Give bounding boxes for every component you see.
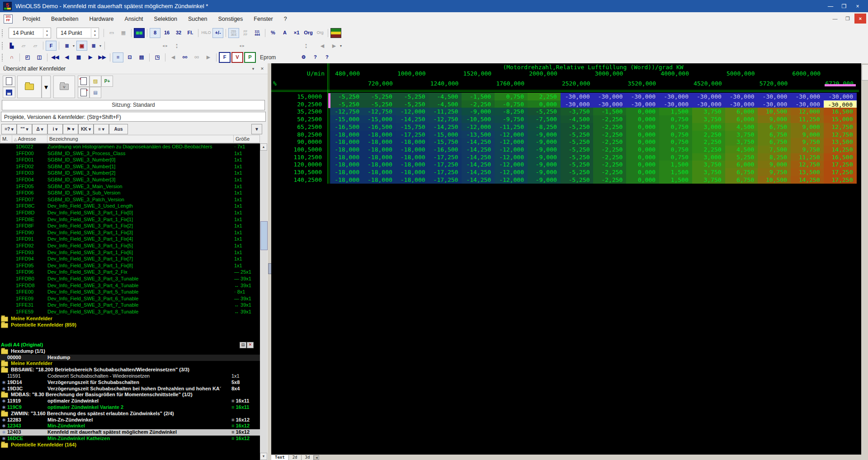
tree-map-row[interactable]: 11591Codewort Schubabschalten - Wiederei… bbox=[0, 373, 260, 379]
menu-ansicht[interactable]: Ansicht bbox=[119, 14, 149, 24]
map-cell[interactable]: -15,000 bbox=[363, 115, 396, 123]
vscroll-spinner[interactable]: ▴ ▾ bbox=[171, 41, 182, 51]
map-cell[interactable]: -12,750 bbox=[330, 108, 363, 115]
map-cell[interactable]: 9,750 bbox=[791, 146, 824, 153]
title-bar[interactable]: 5 WinOLS5 Demo - Kennfeld mit dauerhaft … bbox=[0, 0, 868, 12]
map-cell[interactable]: -4,500 bbox=[561, 115, 594, 123]
map-cell[interactable]: 0,750 bbox=[659, 138, 692, 146]
child-close-button[interactable]: × bbox=[854, 14, 866, 24]
map-cell[interactable]: -18,000 bbox=[330, 161, 363, 168]
map-cell[interactable]: -17,250 bbox=[396, 131, 429, 138]
map-cell[interactable]: 0,000 bbox=[626, 138, 659, 146]
map-cell[interactable]: -30,000 bbox=[561, 100, 594, 108]
map-cell[interactable]: -1,500 bbox=[462, 93, 495, 100]
row-header[interactable]: 100,5000 bbox=[271, 146, 322, 153]
column-header[interactable]: 1240,000 bbox=[422, 80, 458, 87]
map-cell[interactable]: 10,500 bbox=[758, 176, 791, 184]
map-cell[interactable]: -5,250 bbox=[561, 153, 594, 161]
row-header[interactable]: 15,0000 bbox=[271, 93, 322, 100]
map-cell[interactable]: 6,750 bbox=[758, 131, 791, 138]
map-cell[interactable]: 0,000 bbox=[626, 176, 659, 184]
maximize-button[interactable]: ❐ bbox=[837, 0, 851, 12]
panel-splitter[interactable] bbox=[268, 63, 271, 460]
preview-pane-icon[interactable]: ▤ bbox=[136, 52, 147, 62]
import-wizard-button[interactable]: ▨ bbox=[90, 76, 101, 87]
panel-menu-icon[interactable]: ▾ bbox=[250, 65, 257, 72]
spin-up-icon[interactable]: ▲ bbox=[91, 28, 99, 33]
spin-down-icon[interactable]: ▼ bbox=[43, 33, 51, 38]
search-prev-button[interactable]: ◀ bbox=[168, 52, 179, 62]
map-cell[interactable]: 3,750 bbox=[692, 108, 725, 115]
font-size-spinner-1-arrows[interactable]: ▲▼ bbox=[43, 28, 51, 38]
map-cell[interactable]: -30,000 bbox=[593, 93, 626, 100]
dropdown-arrow-icon[interactable]: ▾ bbox=[340, 44, 342, 48]
map-cell[interactable]: 3,000 bbox=[692, 153, 725, 161]
map-cell[interactable]: 14,250 bbox=[824, 146, 857, 153]
map-cell[interactable]: -8,250 bbox=[495, 108, 528, 115]
tree-folder-row[interactable]: Hexdump (1/1) bbox=[1, 348, 259, 355]
map-cell[interactable]: -30,000 bbox=[791, 93, 824, 100]
map-cell[interactable]: -18,000 bbox=[396, 176, 429, 184]
map-cell[interactable]: -14,250 bbox=[462, 138, 495, 146]
window-tile-icon[interactable]: ◫ bbox=[34, 52, 45, 62]
map-cell[interactable]: -30,000 bbox=[758, 100, 791, 108]
map-cell[interactable]: -16,500 bbox=[429, 146, 462, 153]
col-width-icon[interactable]: ≣ bbox=[88, 41, 99, 51]
map-cell[interactable]: -18,000 bbox=[396, 153, 429, 161]
color-scale-flag-icon[interactable] bbox=[330, 28, 341, 38]
map-cell[interactable]: -5,250 bbox=[363, 100, 396, 108]
map-cell[interactable]: -18,000 bbox=[330, 146, 363, 153]
panel-close-icon[interactable]: ✕ bbox=[259, 65, 266, 72]
new-project-button[interactable] bbox=[3, 76, 15, 87]
map-cell[interactable]: -16,500 bbox=[363, 123, 396, 131]
filter-text-button[interactable]: "" ▾ bbox=[17, 124, 32, 134]
folder-row[interactable]: Meine Kennfelder bbox=[1, 316, 259, 322]
map-cell[interactable]: -18,000 bbox=[363, 153, 396, 161]
spin-down-icon[interactable]: ▼ bbox=[91, 33, 99, 38]
eraser-rotate-icon[interactable]: ▱ bbox=[30, 41, 41, 51]
map-cell[interactable]: -18,000 bbox=[330, 138, 363, 146]
signed-toggle-button[interactable]: +/- bbox=[212, 28, 223, 38]
map-cell[interactable]: -9,000 bbox=[528, 153, 561, 161]
map-cell[interactable]: -14,250 bbox=[462, 146, 495, 153]
map-cell[interactable]: 0,750 bbox=[659, 115, 692, 123]
column-header[interactable]: 2000,000 bbox=[521, 70, 557, 77]
map-cell[interactable]: 17,250 bbox=[824, 161, 857, 168]
filter-list-button[interactable]: ≡ ▾ bbox=[94, 124, 109, 134]
map-cell[interactable]: -12,000 bbox=[495, 146, 528, 153]
map-cell[interactable]: -7,500 bbox=[528, 115, 561, 123]
tab-text[interactable]: Text bbox=[271, 455, 289, 460]
map-cell[interactable]: -17,250 bbox=[429, 176, 462, 184]
project-search-combo[interactable]: Projekte, Versionen & Kennfelder: (Strg+… bbox=[1, 112, 266, 122]
org-small-button[interactable]: Org bbox=[315, 28, 326, 38]
next-map-button2[interactable]: ▶ bbox=[85, 52, 96, 62]
row-header[interactable]: 80,2500 bbox=[271, 131, 322, 138]
map-cell[interactable]: -9,000 bbox=[528, 176, 561, 184]
map-cell[interactable]: -18,000 bbox=[363, 161, 396, 168]
row-header[interactable]: 50,2500 bbox=[271, 116, 322, 123]
toolbar-grip[interactable] bbox=[1, 29, 4, 37]
tree-map-row[interactable]: ∗12283Min-Zn-Zündwinkel≡ 16x12 bbox=[0, 417, 260, 423]
selected-map-cell[interactable]: -30,000 bbox=[824, 100, 857, 108]
column-header[interactable]: 6000,000 bbox=[784, 70, 821, 77]
map-cell[interactable]: -2,250 bbox=[593, 146, 626, 153]
child-minimize-button[interactable]: — bbox=[829, 14, 841, 24]
map-cell[interactable]: -5,250 bbox=[561, 131, 594, 138]
tree-map-row[interactable]: ∗19D14Verzögerungszeit für Schubabschalt… bbox=[0, 379, 260, 386]
filter-flag-button[interactable]: ⚑ ▾ bbox=[63, 124, 78, 134]
map-cell[interactable]: -4,500 bbox=[429, 93, 462, 100]
open-version-button[interactable]: V bbox=[53, 76, 75, 98]
table-row[interactable]: 1FFD03SGBM_ID_SWE_3_Number[2]1x1 bbox=[0, 170, 260, 176]
map-cell[interactable]: 14,250 bbox=[791, 176, 824, 184]
map-cell[interactable]: -12,750 bbox=[429, 115, 462, 123]
map-grid-button[interactable]: ▦ bbox=[73, 52, 84, 62]
org-view-button[interactable]: Org bbox=[303, 28, 314, 38]
map-cell[interactable]: -18,000 bbox=[363, 176, 396, 184]
map-cell[interactable]: 1,500 bbox=[659, 176, 692, 184]
map-cell[interactable]: 4,500 bbox=[725, 123, 758, 131]
tree-folder-row[interactable]: ZWMIN: "3.160 Berechnung des spätest erl… bbox=[1, 411, 259, 417]
table-row[interactable]: 1FFD94Dev_Info_Field_SWE_3_Part_1_Fix[7]… bbox=[0, 256, 260, 262]
column-adresse[interactable]: △ Adresse bbox=[12, 135, 47, 142]
close-button[interactable]: × bbox=[851, 0, 864, 12]
bits-float-button[interactable]: Fl. bbox=[185, 28, 196, 38]
